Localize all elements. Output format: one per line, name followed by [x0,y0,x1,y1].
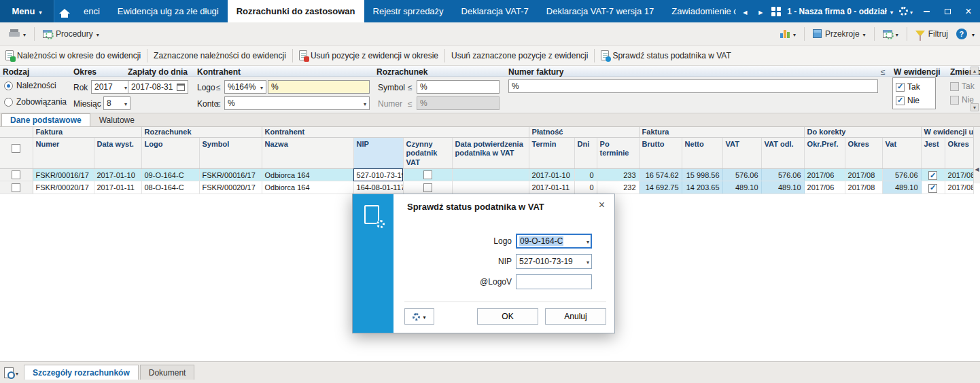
dialog-nip-select[interactable]: 527-010-73-19 [516,254,592,269]
close-button[interactable] [961,4,976,19]
select-all-checkbox[interactable] [12,144,20,153]
cell-dni[interactable]: 0 [574,181,597,194]
cell-po-terminie[interactable]: 233 [597,168,639,181]
konto-select[interactable]: % [224,96,370,110]
cell-symbol[interactable]: FSKR/00016/17 [199,168,262,181]
ok-button[interactable]: OK [477,308,538,325]
row-select-cell[interactable] [0,168,33,181]
cell-symbol[interactable]: FSKR/00020/17 [199,181,262,194]
radio-naleznosci[interactable]: Należności [4,81,56,90]
settings-menu[interactable] [899,7,913,16]
col-dni[interactable]: Dni [574,137,597,168]
logo-pattern-input[interactable]: % [268,80,370,94]
table-row[interactable]: FSKR/00020/17 2017-01-11 08-O-164-C FSKR… [0,181,973,194]
dialog-options-button[interactable] [404,308,434,325]
col-czynny[interactable]: Czynny podatnik VAT [403,137,452,168]
tab-dokument[interactable]: Dokument [140,365,195,380]
col-logo[interactable]: Logo [141,137,199,168]
tab-rejestr-sprzedazy[interactable]: Rejestr sprzedaży [364,0,453,22]
chart-button[interactable] [777,27,799,41]
cell-logo[interactable]: 08-O-164-C [141,181,199,194]
view-settings-button[interactable] [879,27,902,41]
przekroje-button[interactable]: Przekroje [809,27,869,41]
cell-po-terminie[interactable]: 232 [597,181,639,194]
czynny-checkbox[interactable] [423,183,432,192]
cell-nazwa[interactable]: Odbiorca 164 [262,168,353,181]
rok-select[interactable]: 2017 [91,80,130,94]
maximize-button[interactable] [940,4,955,19]
cancel-button[interactable]: Anuluj [545,308,606,325]
col-data-wyst[interactable]: Data wyst. [94,137,141,168]
col-vat-korekta[interactable]: Vat [882,137,921,168]
cell-numer[interactable]: FSKR/00020/17 [33,181,94,194]
radio-zobowiazania[interactable]: Zobowiązania [4,97,67,107]
panel-scroll-down-icon[interactable] [970,103,979,111]
action-usun-pozycje-okres[interactable]: Usuń pozycje z ewidencji w okresie [299,50,438,60]
cell-jest[interactable] [921,181,945,194]
col-numer[interactable]: Numer [33,137,94,168]
cell-okres-ulg[interactable]: 2017/08 [945,181,973,194]
cell-data-wyst[interactable]: 2017-01-11 [94,181,141,194]
col-po-terminie[interactable]: Po terminie [597,137,639,168]
col-okres-ulg[interactable]: Okres [945,137,973,168]
panel-scroll-up-icon[interactable] [970,67,979,75]
tab-dane-podstawowe[interactable]: Dane podstawowe [1,113,90,126]
cell-termin[interactable]: 2017-01-11 [529,181,574,194]
cell-vat-korekta[interactable]: 489.10 [882,181,921,194]
cell-brutto[interactable]: 14 692.75 [639,181,682,194]
dialog-logov-input[interactable] [516,274,592,289]
cell-vat[interactable]: 576.06 [722,168,761,181]
tab-zawiadomienie[interactable]: Zawiadomienie o skorygowaniu pod [663,0,736,22]
w-ewidencji-tak[interactable]: Tak [896,80,932,94]
cell-vat[interactable]: 489.10 [722,181,761,194]
w-ewidencji-nie[interactable]: Nie [896,94,932,107]
numer-faktury-input[interactable]: % [508,79,878,93]
cell-vat-odl[interactable]: 489.10 [761,181,804,194]
cell-dni[interactable]: 0 [574,168,597,181]
cell-okr-pref[interactable]: 2017/06 [804,181,845,194]
dialog-close-icon[interactable] [599,200,605,211]
row-checkbox[interactable] [12,170,20,179]
cell-vat-korekta[interactable]: 576.06 [882,168,921,181]
cell-data-wyst[interactable]: 2017-01-10 [94,168,141,181]
col-symbol[interactable]: Symbol [199,137,262,168]
home-button[interactable] [54,0,75,22]
czynny-checkbox[interactable] [423,170,432,179]
cell-netto[interactable]: 14 203.65 [682,181,722,194]
cell-netto[interactable]: 15 998.56 [682,168,722,181]
row-select-cell[interactable] [0,181,33,194]
action-usun-zaznaczone[interactable]: Usuń zaznaczone pozycje z ewidencji [451,51,588,60]
menu-button[interactable]: Menu [0,0,54,22]
miesiac-select[interactable]: 8 [103,96,130,110]
jest-checkbox[interactable] [928,171,937,180]
details-view-button[interactable] [4,367,18,378]
cell-czynny[interactable] [403,181,452,194]
grid-scroll-left-icon[interactable] [975,164,979,183]
cell-termin[interactable]: 2017-01-10 [529,168,574,181]
cell-okres[interactable]: 2017/08 [845,181,882,194]
cell-nip[interactable]: 164-08-01-117 [353,181,403,194]
cell-czynny[interactable] [403,168,452,181]
col-okr-pref[interactable]: Okr.Pref. [804,137,845,168]
logo-select[interactable]: %164% [224,80,266,94]
cell-nazwa[interactable]: Odbiorca 164 [262,181,353,194]
jest-checkbox[interactable] [928,184,937,193]
cell-jest[interactable] [921,168,945,181]
cell-okres-ulg[interactable]: 2017/08 [945,168,973,181]
tab-kontrahenci[interactable]: enci [75,0,109,22]
company-selector[interactable]: 1 - Nasza firma 0 - oddział [787,7,893,16]
col-data-potwierdzenia[interactable]: Data potwierdzenia podatnika w VAT [452,137,529,168]
action-sprawdz-status-vat[interactable]: Sprawdź status podatnika w VAT [601,50,731,60]
zaplaty-date-input[interactable]: 2017-08-31 [128,80,188,94]
tab-scroll-left-icon[interactable] [740,7,750,16]
col-okres[interactable]: Okres [845,137,882,168]
col-nazwa[interactable]: Nazwa [262,137,353,168]
calendar-icon[interactable] [177,84,185,91]
tab-ewidencja-ulg[interactable]: Ewidencja ulg za złe długi [109,0,228,22]
cell-okr-pref[interactable]: 2017/06 [804,168,845,181]
help-button[interactable]: ? [956,29,967,39]
table-row[interactable]: FSKR/00016/17 2017-01-10 09-O-164-C FSKR… [0,168,973,181]
col-netto[interactable]: Netto [682,137,722,168]
col-vat[interactable]: VAT [722,137,761,168]
action-zaznaczone-naleznosci[interactable]: Zaznaczone należności do ewidencji [154,51,286,60]
